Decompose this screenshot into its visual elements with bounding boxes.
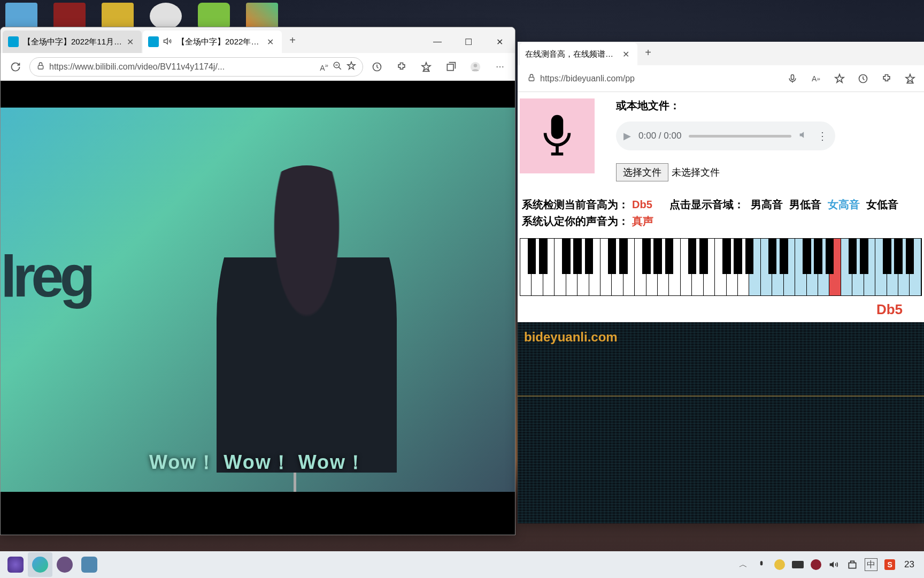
bilibili-favicon xyxy=(148,36,159,47)
taskbar-app[interactable] xyxy=(77,552,102,577)
address-bar-row: https://www.bilibili.com/video/BV11v4y11… xyxy=(1,53,515,81)
tray-volume-icon[interactable] xyxy=(828,559,840,571)
detect-pitch-value: Db5 xyxy=(632,199,652,210)
tab-title: 【全场中字】2022年11月12… xyxy=(177,37,263,47)
no-file-text: 未选择文件 xyxy=(672,166,720,179)
stage-backdrop-text: lreg xyxy=(1,242,91,310)
svg-point-5 xyxy=(474,64,478,67)
desktop-icon[interactable] xyxy=(198,3,230,29)
svg-rect-6 xyxy=(529,77,534,81)
taskbar: ︿ 中 S 23 xyxy=(0,551,924,578)
taskbar-clock[interactable]: 23 xyxy=(902,559,917,570)
tab-title: 在线测音高，在线频谱图， xyxy=(525,49,618,59)
svg-rect-3 xyxy=(447,64,453,71)
close-tab-icon[interactable]: ✕ xyxy=(267,37,276,47)
favorites-bar-icon[interactable] xyxy=(899,68,921,89)
video-content: lreg Wow！ Wow！ Wow！ xyxy=(1,81,515,535)
tray-chevron-icon[interactable]: ︿ xyxy=(737,559,749,571)
toolbar-icon[interactable] xyxy=(852,68,874,89)
tray-mic-icon[interactable] xyxy=(756,559,767,571)
range-option[interactable]: 女低音 xyxy=(866,197,898,212)
range-option[interactable]: 男高音 xyxy=(751,197,783,212)
detect-voice-value: 真声 xyxy=(632,215,653,227)
svg-rect-0 xyxy=(38,65,43,69)
choose-file-button[interactable]: 选择文件 xyxy=(616,163,668,181)
detect-voice-label: 系统认定你的声音为： xyxy=(522,215,629,227)
range-label: 点击显示音域： xyxy=(669,197,744,212)
microphone-input-button[interactable] xyxy=(520,98,595,173)
audio-menu-icon[interactable]: ⋮ xyxy=(817,130,828,142)
play-button[interactable]: ▶ xyxy=(623,130,631,142)
svg-rect-7 xyxy=(791,74,794,79)
new-tab-button[interactable]: + xyxy=(283,31,302,50)
favorites-bar-icon[interactable] xyxy=(415,56,437,78)
desktop-icons-top xyxy=(0,3,278,29)
titlebar: 【全场中字】2022年11月12日六… ✕ 【全场中字】2022年11月12… … xyxy=(1,27,515,53)
tab-title: 【全场中字】2022年11月12日六… xyxy=(23,37,122,47)
address-bar[interactable]: https://www.bilibili.com/video/BV11v4y11… xyxy=(29,57,363,77)
reader-mode-icon[interactable]: A» xyxy=(320,62,328,72)
minimize-button[interactable]: — xyxy=(422,31,453,53)
close-tab-icon[interactable]: ✕ xyxy=(622,49,632,59)
range-option-selected[interactable]: 女高音 xyxy=(828,197,860,212)
favorite-icon[interactable] xyxy=(346,61,356,73)
browser-tab[interactable]: 【全场中字】2022年11月12日六… ✕ xyxy=(3,31,142,53)
extensions-icon[interactable] xyxy=(391,56,412,78)
url-text: https://bideyuanli.com/pp xyxy=(540,74,773,83)
tray-ime-icon[interactable]: 中 xyxy=(865,558,877,571)
reader-mode-icon[interactable]: A» xyxy=(805,68,827,89)
browser-window-left: 【全场中字】2022年11月12日六… ✕ 【全场中字】2022年11月12… … xyxy=(0,27,515,535)
toolbar-icon[interactable] xyxy=(366,56,388,78)
audio-playing-icon[interactable] xyxy=(163,36,173,48)
refresh-button[interactable] xyxy=(5,56,26,78)
video-player[interactable]: lreg Wow！ Wow！ Wow！ xyxy=(1,108,515,492)
svg-rect-9 xyxy=(551,115,564,139)
new-tab-button[interactable]: + xyxy=(638,43,658,62)
desktop-icon[interactable] xyxy=(5,3,37,29)
desktop-icon[interactable] xyxy=(150,3,182,29)
audio-time: 0:00 / 0:00 xyxy=(638,131,681,141)
close-tab-icon[interactable]: ✕ xyxy=(127,37,136,47)
close-window-button[interactable]: ✕ xyxy=(484,31,515,53)
keyboard-note-label: Db5 xyxy=(520,301,903,318)
browser-window-right: 在线测音高，在线频谱图， ✕ + https://bideyuanli.com/… xyxy=(518,42,924,523)
profile-icon[interactable] xyxy=(465,56,486,78)
zoom-icon[interactable] xyxy=(333,61,342,73)
tray-app-icon[interactable] xyxy=(810,559,822,571)
address-bar[interactable]: https://bideyuanli.com/pp xyxy=(521,69,780,88)
svg-rect-10 xyxy=(760,561,763,565)
favorite-icon[interactable] xyxy=(829,68,850,89)
audio-progress[interactable] xyxy=(689,135,791,138)
start-button[interactable] xyxy=(3,552,28,577)
system-tray: ︿ 中 S 23 xyxy=(737,558,921,571)
spectrogram: bideyuanli.com xyxy=(518,322,924,523)
collections-icon[interactable] xyxy=(440,56,461,78)
lock-icon xyxy=(36,62,45,72)
tray-battery-icon[interactable] xyxy=(792,559,804,571)
detect-pitch-label: 系统检测当前音高为： xyxy=(522,199,629,210)
tray-app-icon[interactable] xyxy=(774,559,786,571)
browser-tab-active[interactable]: 在线测音高，在线频谱图， ✕ xyxy=(520,43,637,65)
tray-sogou-icon[interactable]: S xyxy=(884,559,896,571)
address-bar-row: https://bideyuanli.com/pp A» xyxy=(518,65,924,92)
taskbar-app-edge[interactable] xyxy=(28,552,52,577)
titlebar: 在线测音高，在线频谱图， ✕ + xyxy=(518,42,924,65)
piano-keyboard[interactable] xyxy=(520,238,922,296)
extensions-icon[interactable] xyxy=(876,68,897,89)
desktop-icon[interactable] xyxy=(53,3,86,29)
menu-button[interactable]: ⋯ xyxy=(489,56,511,78)
voice-search-icon[interactable] xyxy=(782,68,803,89)
maximize-button[interactable]: ☐ xyxy=(453,31,484,53)
video-subtitle: Wow！ Wow！ Wow！ xyxy=(1,450,515,476)
desktop-icon[interactable] xyxy=(246,3,278,29)
taskbar-app[interactable] xyxy=(52,552,77,577)
desktop-icon[interactable] xyxy=(102,3,134,29)
svg-rect-11 xyxy=(849,563,856,568)
lock-icon xyxy=(527,73,536,84)
audio-player[interactable]: ▶ 0:00 / 0:00 ⋮ xyxy=(616,121,835,150)
spectrogram-brand: bideyuanli.com xyxy=(524,330,618,345)
browser-tab-active[interactable]: 【全场中字】2022年11月12… ✕ xyxy=(143,31,282,53)
range-option[interactable]: 男低音 xyxy=(789,197,821,212)
volume-icon[interactable] xyxy=(799,130,810,142)
tray-network-icon[interactable] xyxy=(846,559,858,571)
